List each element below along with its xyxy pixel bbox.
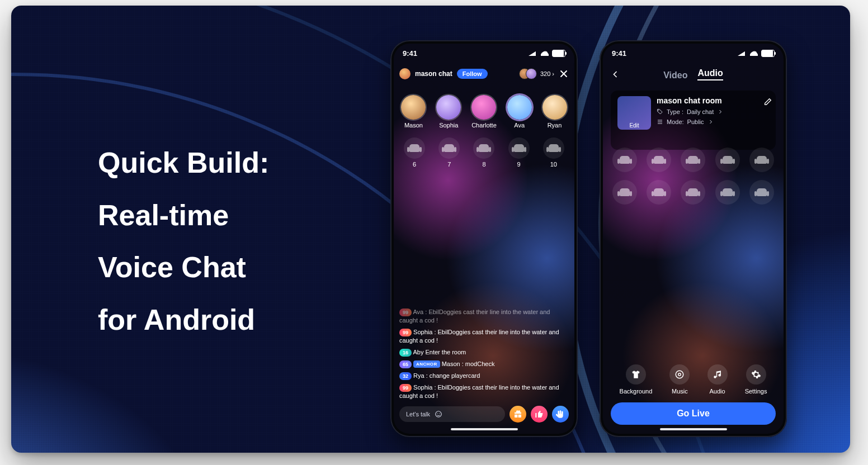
control-audio[interactable]: Audio — [707, 364, 728, 395]
level-badge: 99 — [399, 309, 412, 316]
seat[interactable] — [612, 148, 637, 172]
participant[interactable]: Ava — [507, 95, 532, 129]
seat[interactable] — [647, 148, 671, 172]
participant[interactable]: Charlotte — [471, 95, 497, 129]
status-time: 9:41 — [403, 49, 417, 58]
avatar — [471, 95, 496, 120]
battery-icon — [761, 50, 775, 57]
chat-message: 32 Rya : change playercard — [399, 372, 569, 380]
raise-hand-button[interactable] — [552, 406, 569, 423]
seat-icon — [688, 156, 698, 164]
participant-name: Sophia — [439, 122, 458, 129]
viewer-count[interactable]: 320 › — [523, 68, 554, 79]
go-live-button[interactable]: Go Live — [611, 402, 776, 425]
avatar — [507, 95, 532, 120]
level-badge: 99 — [399, 329, 412, 336]
participant[interactable]: Ryan — [542, 95, 567, 129]
seat[interactable] — [715, 180, 740, 205]
viewer-avatar — [526, 68, 537, 79]
seat[interactable]: 7 — [438, 137, 460, 168]
participant[interactable]: Mason — [401, 95, 426, 129]
chat-feed: 99 Ava : EbilDoggies cast their line int… — [399, 256, 569, 400]
bottom-controls: Background Music Audio Settings — [611, 364, 776, 395]
list-icon — [657, 118, 663, 125]
gear-icon — [751, 369, 761, 379]
seat[interactable] — [681, 148, 705, 172]
mode-label: Mode: — [667, 118, 684, 125]
seat-icon — [757, 188, 767, 196]
chat-message: 16 Aby Enter the room — [399, 348, 569, 357]
svg-point-4 — [676, 371, 684, 378]
tshirt-icon — [631, 369, 641, 379]
follow-button[interactable]: Follow — [457, 69, 488, 79]
phone-create-room: 9:41 Video Audio Edit — [600, 40, 787, 437]
seat[interactable]: 6 — [404, 137, 425, 168]
control-label: Audio — [709, 388, 725, 395]
seat-number: 9 — [517, 161, 521, 168]
chat-text: Ava : EbilDoggies cast their line into t… — [399, 309, 550, 324]
tag-icon — [657, 108, 663, 115]
seat-icon — [409, 144, 419, 152]
svg-point-2 — [439, 413, 440, 414]
hero-title: Quick Build: Real-time Voice Chat for An… — [98, 137, 269, 346]
edit-title-button[interactable] — [763, 97, 772, 106]
control-label: Background — [620, 388, 653, 395]
chat-input[interactable]: Let's talk — [399, 406, 505, 422]
seat[interactable] — [715, 148, 740, 172]
wifi-icon — [750, 50, 758, 56]
seat[interactable]: 8 — [473, 137, 494, 168]
signal-icon — [738, 50, 747, 56]
participant-name: Charlotte — [471, 122, 497, 129]
seat-number: 6 — [413, 161, 416, 168]
chevron-left-icon — [610, 69, 621, 80]
phone-live-room: 9:41 mason chat Follow 320 › — [390, 40, 578, 437]
room-cover[interactable]: Edit — [617, 96, 651, 130]
title-line-2: Real-time — [98, 189, 269, 242]
thumb-edit-label: Edit — [629, 122, 639, 130]
avatar — [401, 95, 426, 120]
like-button[interactable] — [531, 406, 548, 423]
seat[interactable]: 9 — [508, 137, 530, 168]
home-indicator — [451, 428, 518, 430]
seat-icon — [620, 156, 630, 164]
note-icon — [713, 369, 723, 379]
host-avatar[interactable] — [399, 68, 411, 79]
control-music[interactable]: Music — [669, 364, 690, 395]
title-line-3: Voice Chat — [98, 241, 269, 294]
status-bar: 9:41 — [394, 44, 574, 63]
control-background[interactable]: Background — [620, 364, 653, 395]
seat[interactable] — [749, 148, 774, 172]
disc-icon — [674, 369, 685, 379]
room-title: mason chat room — [657, 96, 769, 105]
seat-icon — [723, 188, 733, 196]
seat[interactable]: 10 — [543, 137, 564, 168]
seat[interactable] — [612, 180, 637, 205]
chat-message: 99 Ava : EbilDoggies cast their line int… — [399, 308, 569, 325]
control-settings[interactable]: Settings — [745, 364, 767, 395]
chevron-right-icon — [707, 118, 714, 125]
room-mode-row[interactable]: Mode: Public — [657, 118, 769, 125]
back-button[interactable] — [610, 69, 621, 80]
gift-button[interactable] — [510, 406, 526, 423]
chat-text: Mason : modCheck — [442, 360, 495, 367]
type-label: Type : — [667, 108, 683, 115]
seat-grid — [611, 148, 776, 205]
seat[interactable] — [647, 180, 671, 205]
viewer-count-text: 320 › — [540, 70, 554, 77]
seat-icon — [514, 144, 524, 152]
emoji-icon — [435, 410, 442, 418]
empty-seats-row: 6 7 8 9 10 — [397, 137, 571, 168]
level-badge: 99 — [399, 384, 412, 392]
room-type-row[interactable]: Type : Daily chat — [657, 108, 769, 115]
seat[interactable] — [749, 180, 774, 205]
close-icon[interactable] — [559, 69, 569, 79]
level-badge: 65 — [399, 360, 412, 368]
tab-audio[interactable]: Audio — [697, 68, 723, 80]
participant[interactable]: Sophia — [436, 95, 461, 129]
tab-video[interactable]: Video — [663, 70, 687, 80]
seat[interactable] — [681, 180, 705, 205]
avatar — [542, 95, 567, 120]
level-badge: 32 — [399, 372, 412, 380]
seat-icon — [654, 156, 664, 164]
participant-name: Mason — [404, 122, 423, 129]
